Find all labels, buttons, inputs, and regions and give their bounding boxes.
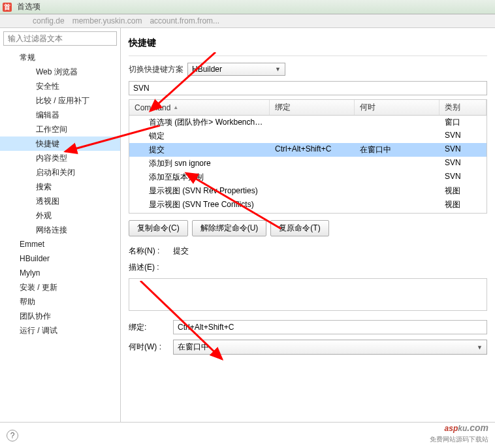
footer: ? (0, 422, 495, 448)
scheme-label: 切换快捷键方案 (129, 64, 184, 75)
window-title: 首选项 (17, 1, 40, 12)
tree-item[interactable]: 运行 / 调试 (0, 323, 120, 338)
tree-item[interactable]: 快捷键 (0, 136, 120, 151)
binding-input[interactable] (173, 320, 487, 334)
scheme-value: HBuilder (192, 65, 222, 74)
tree-item[interactable]: 常规 (0, 50, 120, 65)
table-row[interactable]: 添加到 svn ignoreSVN (129, 157, 487, 170)
desc-label: 描述(E) : (129, 262, 168, 273)
table-row[interactable]: 显示视图 (SVN Tree Conflicts)视图 (129, 198, 487, 212)
tree-item[interactable]: 搜索 (0, 180, 120, 194)
tree-item[interactable]: HBuilder (0, 251, 120, 266)
unbind-command-button[interactable]: 解除绑定命令(U) (192, 220, 267, 236)
table-row[interactable]: 添加至版本控制SVN (129, 170, 487, 184)
table-body[interactable]: 首选项 (团队协作> WorkbenchPref…窗口锁定SVN提交Ctrl+A… (129, 116, 487, 213)
table-row[interactable]: 提交Ctrl+Alt+Shift+C在窗口中SVN (129, 143, 487, 157)
tree-item[interactable]: 内容类型 (0, 151, 120, 165)
command-search-input[interactable] (129, 81, 487, 95)
tree-item[interactable]: Mylyn (0, 266, 120, 280)
restore-command-button[interactable]: 复原命令(T) (270, 220, 328, 236)
content-pane: 快捷键 切换快捷键方案 HBuilder ▼ Command▲ 绑定 何时 类别… (121, 28, 495, 426)
scheme-combo[interactable]: HBuilder ▼ (187, 63, 285, 76)
tree-item[interactable]: Emmet (0, 237, 120, 251)
chevron-down-icon: ▼ (275, 66, 281, 72)
tree-item[interactable]: 安装 / 更新 (0, 280, 120, 295)
col-when[interactable]: 何时 (355, 100, 439, 115)
bg-tab: member.yuskin.com (72, 16, 142, 25)
watermark: aspku.com 免费网站源码下载站 (430, 417, 488, 444)
table-header: Command▲ 绑定 何时 类别 (129, 100, 487, 116)
tree-item[interactable]: 编辑器 (0, 108, 120, 122)
tree-item[interactable]: 比较 / 应用补丁 (0, 93, 120, 108)
when-combo[interactable]: 在窗口中 ▼ (173, 340, 487, 355)
filter-input[interactable] (3, 31, 117, 46)
when-label: 何时(W) : (129, 342, 168, 353)
commands-table: Command▲ 绑定 何时 类别 首选项 (团队协作> WorkbenchPr… (129, 99, 487, 214)
table-row[interactable]: 显示视图 (SVN 属性)视图 (129, 212, 487, 213)
description-box (129, 278, 487, 311)
name-label: 名称(N) : (129, 246, 168, 257)
col-category[interactable]: 类别 (439, 100, 487, 115)
tree-item[interactable]: 安全性 (0, 79, 120, 93)
when-value: 在窗口中 (178, 342, 209, 353)
help-icon[interactable]: ? (7, 430, 18, 441)
name-value: 提交 (173, 246, 189, 257)
sidebar: 常规Web 浏览器安全性比较 / 应用补丁编辑器工作空间快捷键内容类型启动和关闭… (0, 28, 121, 426)
tree-item[interactable]: 工作空间 (0, 122, 120, 136)
app-icon: 首 (3, 3, 12, 12)
page-heading: 快捷键 (129, 33, 487, 56)
table-row[interactable]: 显示视图 (SVN Rev Properties)视图 (129, 184, 487, 198)
tree-item[interactable]: 网络连接 (0, 223, 120, 237)
background-tabs: config.de member.yuskin.com account.from… (0, 14, 495, 27)
tree-item[interactable]: 帮助 (0, 295, 120, 309)
col-binding[interactable]: 绑定 (270, 100, 355, 115)
tree-item[interactable]: 外观 (0, 208, 120, 223)
main-area: 常规Web 浏览器安全性比较 / 应用补丁编辑器工作空间快捷键内容类型启动和关闭… (0, 27, 495, 426)
title-bar: 首 首选项 (0, 0, 495, 14)
table-row[interactable]: 锁定SVN (129, 129, 487, 143)
tree-item[interactable]: 透视图 (0, 194, 120, 208)
tree-item[interactable]: Web 浏览器 (0, 65, 120, 79)
tree-item[interactable]: 团队协作 (0, 309, 120, 323)
chevron-down-icon: ▼ (477, 344, 483, 351)
col-command[interactable]: Command▲ (129, 100, 270, 115)
copy-command-button[interactable]: 复制命令(C) (129, 220, 188, 236)
tree-item[interactable]: 启动和关闭 (0, 165, 120, 180)
bg-tab: account.from.from... (150, 16, 219, 25)
table-row[interactable]: 首选项 (团队协作> WorkbenchPref…窗口 (129, 116, 487, 129)
bg-tab: config.de (33, 16, 65, 25)
binding-label: 绑定: (129, 322, 168, 333)
preferences-tree[interactable]: 常规Web 浏览器安全性比较 / 应用补丁编辑器工作空间快捷键内容类型启动和关闭… (0, 49, 120, 426)
